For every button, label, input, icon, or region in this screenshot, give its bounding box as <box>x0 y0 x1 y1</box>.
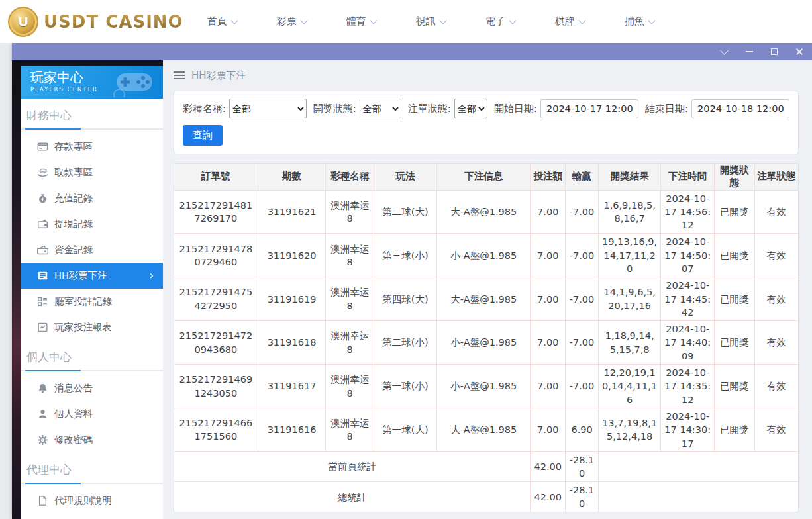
sidebar-item-withdrawal-record[interactable]: 提現記錄 <box>21 211 163 237</box>
funds-record-icon <box>37 244 48 256</box>
sidebar-item-recharge-record[interactable]: 充值記錄 <box>21 185 163 211</box>
summary-bet-amount: 42.00 <box>531 482 566 512</box>
window-minimize-button[interactable] <box>744 47 754 56</box>
cell-play: 第一球(小) <box>374 365 436 408</box>
cell-draw_status: 已開獎 <box>715 277 754 321</box>
end-date-input[interactable] <box>691 99 789 118</box>
nav-item-chess[interactable]: 棋牌 <box>555 15 585 28</box>
window-titlebar[interactable] <box>12 43 812 60</box>
column-header-lottery_name: 彩種名稱 <box>326 164 374 190</box>
hall-bet-records-icon <box>37 296 48 307</box>
draw-status-select[interactable]: 全部 <box>360 99 401 118</box>
column-header-order_no: 訂單號 <box>174 164 258 190</box>
cell-bet_info: 小-A盤@1.985 <box>437 365 531 408</box>
order-status-select[interactable]: 全部 <box>454 99 487 118</box>
cell-order_status: 有效 <box>754 365 798 408</box>
nav-item-sports[interactable]: 體育 <box>346 15 376 28</box>
cell-order_no: 2152172914661751560 <box>174 408 258 451</box>
cell-period: 31191616 <box>258 408 326 451</box>
cell-period: 31191618 <box>258 321 326 365</box>
lottery-type-label: 彩種名稱: <box>183 103 226 115</box>
chevron-down-icon <box>230 17 238 24</box>
sidebar-panel: 玩家中心 PLAYERS CENTER 財務中心存款專區取款專區充值記錄提現記錄… <box>21 66 163 519</box>
query-button[interactable]: 查詢 <box>183 125 223 146</box>
sidebar-item-label: 充值記錄 <box>54 192 93 205</box>
column-header-bet_info: 下注信息 <box>437 164 531 190</box>
column-header-draw_status: 開獎狀態 <box>715 164 754 190</box>
sidebar-item-label: 取款專區 <box>54 166 93 179</box>
chevron-down-icon <box>648 17 655 24</box>
draw-status-label: 開獎狀態: <box>313 103 356 115</box>
cell-bet_info: 大-A盤@1.985 <box>437 277 531 321</box>
background-image-strip <box>12 60 21 519</box>
cell-lottery_name: 澳洲幸运8 <box>326 365 374 408</box>
cell-bet_time: 2024-10-17 14:30:17 <box>661 408 715 451</box>
nav-item-electronic[interactable]: 電子 <box>485 15 515 28</box>
start-date-input[interactable] <box>540 99 638 118</box>
table-row: 215217291469124305031191617澳洲幸运8第一球(小)小-… <box>174 365 798 408</box>
cell-order_no: 2152172914691243050 <box>174 365 258 408</box>
summary-empty <box>599 451 798 482</box>
sidebar-item-hall-bet-records[interactable]: 廳室投註記錄 <box>21 289 163 314</box>
summary-win-loss: -28.10 <box>566 482 599 512</box>
cell-win_loss: -7.00 <box>566 277 599 321</box>
recharge-record-icon <box>37 193 48 204</box>
sidebar-item-label: 存款專區 <box>54 140 93 153</box>
sidebar-item-funds-record[interactable]: 資金記錄 <box>21 237 163 263</box>
sidebar-item-change-password[interactable]: 修改密碼 <box>21 427 163 453</box>
sidebar-item-profile[interactable]: 個人資料 <box>21 401 163 427</box>
sidebar-item-label: 玩家投注報表 <box>54 321 112 334</box>
bets-table: 訂單號期數彩種名稱玩法下注信息投注額輸贏開獎結果下注時間開獎狀態注單狀態 215… <box>174 164 798 512</box>
sidebar-section-title: 財務中心 <box>21 99 163 128</box>
table-row: 215217291466175156031191616澳洲幸运8第一球(大)大-… <box>174 408 798 451</box>
cell-order_status: 有效 <box>754 234 798 277</box>
menu-toggle-icon[interactable] <box>174 71 185 79</box>
window-collapse-button[interactable] <box>719 47 729 56</box>
sidebar-item-label: 資金記錄 <box>54 244 93 256</box>
nav-item-video[interactable]: 視訊 <box>416 15 446 28</box>
nav-item-label: 捕魚 <box>625 15 644 28</box>
sidebar-item-announcements[interactable]: 消息公告 <box>21 375 163 401</box>
main-content: HH彩票下注 彩種名稱: 全部 開獎狀態: 全部 注單狀態: 全部 開始日期: … <box>163 60 812 519</box>
sidebar-item-deposit[interactable]: 存款專區 <box>21 134 163 160</box>
sidebar-section-finance: 財務中心存款專區取款專區充值記錄提現記錄資金記錄HH彩票下注›廳室投註記錄玩家投… <box>21 99 163 340</box>
sidebar-item-label: 消息公告 <box>54 382 93 395</box>
section-divider <box>21 370 163 371</box>
window-close-button[interactable] <box>795 47 804 56</box>
cell-win_loss: -7.00 <box>566 190 599 234</box>
sidebar-item-withdraw[interactable]: 取款專區 <box>21 160 163 185</box>
sidebar-section-personal: 個人中心消息公告個人資料修改密碼 <box>21 340 163 453</box>
bell-icon <box>37 383 48 394</box>
sidebar-item-hh-lottery-bets[interactable]: HH彩票下注› <box>21 263 163 289</box>
nav-item-home[interactable]: 首頁 <box>207 15 237 28</box>
sidebar-item-agent-rules[interactable]: 代理規則說明 <box>21 488 163 514</box>
cell-bet_time: 2024-10-17 14:40:09 <box>661 321 715 365</box>
cell-bet_amount: 7.00 <box>531 190 566 234</box>
brand[interactable]: U USDT CASINO <box>8 7 183 37</box>
nav-item-lottery[interactable]: 彩票 <box>277 15 307 28</box>
cell-draw_result: 12,20,19,10,14,4,11,16 <box>599 365 661 408</box>
sidebar-section-title: 代理中心 <box>21 453 163 483</box>
breadcrumb-bar: HH彩票下注 <box>174 60 799 91</box>
nav-item-fishing[interactable]: 捕魚 <box>625 15 654 28</box>
cell-bet_info: 大-A盤@1.985 <box>437 190 531 234</box>
table-row: 215217291472094368031191618澳洲幸运8第二球(小)小-… <box>174 321 798 365</box>
window-maximize-button[interactable] <box>770 47 779 56</box>
cell-bet_time: 2024-10-17 14:45:42 <box>661 277 715 321</box>
cell-period: 31191621 <box>258 190 326 234</box>
nav-item-label: 電子 <box>485 15 505 28</box>
sidebar-item-player-bet-report[interactable]: 玩家投注報表 <box>21 314 163 340</box>
brand-name: USDT CASINO <box>44 12 183 32</box>
cell-win_loss: 6.90 <box>566 408 599 451</box>
cell-play: 第一球(大) <box>374 408 436 451</box>
lottery-type-select[interactable]: 全部 <box>229 99 307 118</box>
start-date-label: 開始日期: <box>494 103 537 115</box>
cell-draw_status: 已開獎 <box>715 321 754 365</box>
table-row: 215217291475427295031191619澳洲幸运8第四球(大)大-… <box>174 277 798 321</box>
cell-bet_amount: 7.00 <box>531 365 566 408</box>
sidebar-item-label: HH彩票下注 <box>54 269 107 282</box>
cell-order_no: 2152172914817269170 <box>174 190 258 234</box>
cell-order_no: 2152172914754272950 <box>174 277 258 321</box>
table-row: 215217291478072946031191620澳洲幸运8第三球(小)小-… <box>174 234 798 277</box>
cell-order_no: 2152172914780729460 <box>174 234 258 277</box>
